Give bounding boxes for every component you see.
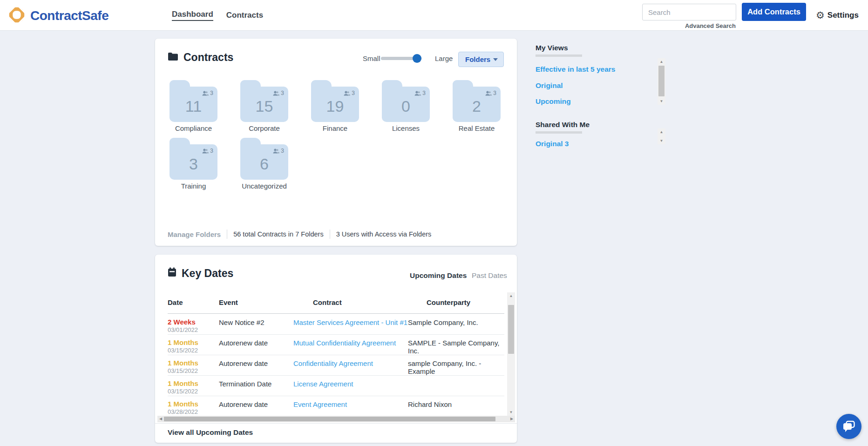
folder-count: 0 [382, 90, 430, 122]
event-cell: Autorenew date [219, 400, 268, 408]
due-date: 03/15/2022 [168, 367, 198, 374]
scroll-up-arrow[interactable]: ▲ [658, 58, 665, 65]
key-dates-table: 2 Weeks 03/01/2022 New Notice #2 Master … [155, 314, 517, 415]
table-row: 1 Months 03/15/2022 Autorenew date Mutua… [168, 334, 504, 355]
calendar-icon [168, 267, 176, 280]
scrollbar-thumb[interactable] [164, 417, 495, 421]
app-root: ContractSafe Dashboard Contracts × Advan… [0, 0, 868, 446]
key-dates-panel: Key Dates Upcoming Dates Past Dates Date… [155, 255, 517, 443]
scroll-down-arrow[interactable]: ▼ [658, 98, 665, 105]
view-link-original[interactable]: Original [536, 81, 563, 90]
slider-max-label: Large [435, 54, 453, 62]
contract-link[interactable]: Master Services Agreement - Unit #1 [293, 318, 407, 326]
folder-label: Real Estate [446, 124, 507, 132]
col-header-event: Event [219, 298, 238, 306]
view-mode-value: Folders [465, 55, 490, 63]
col-header-counterparty: Counterparty [427, 298, 470, 306]
scroll-down-arrow[interactable]: ▼ [658, 137, 665, 144]
event-cell: Autorenew date [219, 339, 268, 347]
view-link-effective[interactable]: Effective in last 5 years [536, 65, 615, 74]
table-row: 1 Months 03/15/2022 Termination Date Lic… [168, 375, 504, 396]
view-link-upcoming[interactable]: Upcoming [536, 97, 571, 106]
top-bar: ContractSafe Dashboard Contracts × Advan… [0, 0, 868, 31]
chat-button[interactable] [836, 414, 861, 439]
shared-with-me-scrollbar[interactable]: ▲ ▼ [658, 128, 665, 144]
key-dates-title: Key Dates [168, 267, 233, 280]
shared-with-me-divider [536, 131, 582, 134]
scroll-up-arrow[interactable]: ▲ [507, 292, 515, 299]
table-row: 1 Months 03/15/2022 Autorenew date Confi… [168, 355, 504, 376]
due-date: 03/15/2022 [168, 388, 198, 395]
event-cell: Autorenew date [219, 359, 268, 367]
folder-count: 3 [170, 148, 217, 180]
scrollbar-thumb[interactable] [658, 66, 665, 96]
due-badge: 2 Weeks [168, 318, 196, 326]
table-vertical-scrollbar[interactable]: ▲ ▼ [507, 292, 515, 416]
size-slider-fill [381, 57, 416, 60]
folder-label: Finance [305, 124, 366, 132]
add-contracts-button[interactable]: Add Contracts [742, 3, 806, 21]
counterparty-cell: Richard Nixon [408, 400, 452, 408]
due-date: 03/28/2022 [168, 408, 198, 415]
nav-contracts[interactable]: Contracts [226, 11, 263, 20]
tab-past-dates[interactable]: Past Dates [472, 271, 507, 280]
folder-count: 19 [311, 90, 359, 122]
view-link-original-3[interactable]: Original 3 [536, 140, 569, 148]
due-badge: 1 Months [168, 379, 198, 387]
advanced-search-link[interactable]: Advanced Search [671, 22, 736, 29]
folder-count: 15 [240, 90, 288, 122]
gear-icon: ⚙ [816, 10, 825, 20]
view-all-upcoming-dates-link[interactable]: View all Upcoming Dates [168, 428, 253, 437]
scroll-up-arrow[interactable]: ▲ [658, 128, 665, 135]
settings-button[interactable]: ⚙ Settings [816, 0, 859, 30]
contract-link[interactable]: Confidentiality Agreement [293, 359, 373, 367]
slider-min-label: Small [363, 54, 380, 62]
folder-count: 6 [240, 148, 288, 180]
my-views-heading: My Views [536, 44, 568, 52]
folder-label: Compliance [163, 124, 224, 132]
footer-divider [155, 423, 517, 424]
search-input[interactable] [647, 8, 742, 17]
nav-dashboard[interactable]: Dashboard [172, 10, 213, 21]
scroll-right-arrow[interactable]: ▶ [509, 416, 515, 422]
folder-label: Corporate [234, 124, 295, 132]
contract-link[interactable]: Mutual Confidentiality Agreement [293, 339, 396, 347]
counterparty-cell: SAMPLE - Sample Company, Inc. [408, 339, 504, 355]
total-contracts-stat: 56 total Contracts in 7 Folders [227, 230, 329, 239]
scroll-left-arrow[interactable]: ◀ [157, 416, 164, 422]
due-badge: 1 Months [168, 400, 198, 408]
folder-count: 11 [170, 90, 217, 122]
brand-name: ContractSafe [30, 8, 108, 23]
contract-link[interactable]: Event Agreement [293, 400, 347, 408]
table-horizontal-scrollbar[interactable]: ◀ ▶ [157, 416, 515, 422]
shared-with-me-heading: Shared With Me [536, 121, 590, 129]
main-nav: Dashboard Contracts [172, 0, 263, 30]
event-cell: New Notice #2 [219, 318, 264, 326]
folder-count: 2 [453, 90, 501, 122]
folder-label: Training [163, 182, 224, 190]
due-date: 03/15/2022 [168, 347, 198, 354]
folder-icon [168, 51, 178, 64]
col-header-contract: Contract [313, 298, 342, 306]
col-header-date: Date [168, 298, 183, 306]
tab-upcoming-dates[interactable]: Upcoming Dates [410, 271, 467, 280]
scroll-down-arrow[interactable]: ▼ [507, 409, 515, 416]
folder-label: Licenses [375, 124, 436, 132]
counterparty-cell: sample Company, Inc. - Example [408, 359, 504, 375]
folder-label: Uncategorized [234, 182, 295, 190]
due-badge: 1 Months [168, 359, 198, 367]
size-slider-thumb[interactable] [413, 54, 421, 63]
contracts-panel: Contracts Small Large Folders 3 11 Compl… [155, 39, 517, 246]
brand-logo[interactable]: ContractSafe [7, 6, 108, 26]
my-views-scrollbar[interactable]: ▲ ▼ [658, 58, 665, 105]
knot-icon [7, 6, 26, 26]
search-box: × [642, 4, 736, 20]
view-mode-dropdown[interactable]: Folders [458, 52, 504, 67]
due-date: 03/01/2022 [168, 326, 198, 333]
scrollbar-thumb[interactable] [508, 305, 514, 354]
contract-link[interactable]: License Agreement [293, 380, 353, 388]
my-views-divider [536, 54, 582, 57]
table-row: 1 Months 03/28/2022 Autorenew date Event… [168, 396, 504, 415]
manage-folders-link[interactable]: Manage Folders [168, 230, 227, 238]
settings-label: Settings [827, 11, 859, 20]
